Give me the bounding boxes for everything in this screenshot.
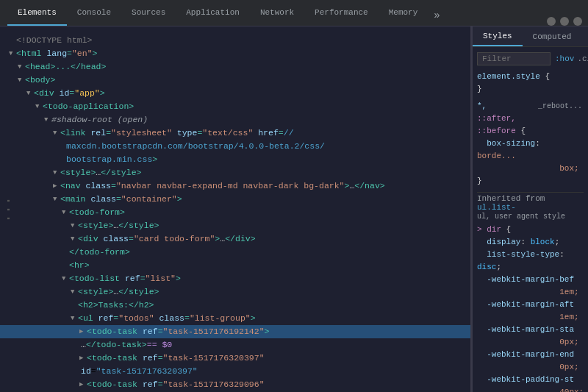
tag-text: <todo-task ref="task-1517176320397" (87, 352, 265, 365)
tree-arrow[interactable] (53, 166, 60, 179)
tree-arrow[interactable] (79, 352, 87, 365)
dom-line: <h2>Tasks:</h2> (0, 299, 470, 312)
ellipsis-text: … (81, 338, 86, 352)
rule-selector-star: *, (477, 101, 487, 110)
tree-arrow[interactable] (62, 206, 69, 219)
attr-text: id (81, 365, 91, 378)
minimize-icon[interactable] (547, 17, 556, 26)
tag-text: <body> (25, 74, 55, 87)
tag-text: <link rel="stylesheet" type="text/css" h… (60, 126, 294, 140)
rule-selector: element.style (477, 72, 545, 81)
dom-line: <todo-list ref="list"> (0, 272, 470, 285)
tag-text: <main class="container"> (60, 193, 182, 206)
dom-line: <ul ref="todos" class="list-group"> (0, 312, 470, 325)
tag-text: <ul ref="todos" class="list-group"> (78, 312, 256, 325)
dom-line: id="task-1517176320397" (0, 365, 470, 378)
tree-arrow[interactable] (26, 87, 34, 100)
dom-line: <div id="app"> (0, 87, 470, 100)
tree-arrow[interactable] (71, 219, 78, 232)
main-area: <!DOCTYPE html> <html lang="en"> <head>.… (0, 26, 588, 392)
dom-line-selected[interactable]: <todo-task ref="task-1517176192142"> (0, 325, 470, 338)
dom-line: <head>...</head> (0, 60, 470, 74)
tag-text: <todo-application> (43, 100, 134, 113)
doctype-text: <!DOCTYPE html> (16, 34, 93, 47)
tab-sources[interactable]: Sources (121, 0, 176, 26)
tab-performance[interactable]: Performance (304, 0, 379, 26)
dom-line: <link rel="stylesheet" type="text/css" h… (0, 126, 470, 140)
dom-panel: <!DOCTYPE html> <html lang="en"> <head>.… (0, 26, 470, 392)
tree-arrow[interactable] (35, 100, 43, 113)
dom-line: <nav class="navbar navbar-expand-md navb… (0, 179, 470, 193)
tag-text: <div id="app"> (34, 87, 105, 100)
tree-arrow[interactable] (44, 113, 51, 126)
dom-line: <body> (0, 74, 470, 87)
dom-line: <todo-task ref="task-1517176329096" (0, 378, 470, 388)
dom-line: <todo-application> (0, 100, 470, 113)
tree-arrow[interactable] (18, 60, 25, 74)
tree-arrow[interactable] (79, 325, 87, 338)
subtab-styles[interactable]: Styles (473, 26, 523, 46)
dom-line: <todo-form> (0, 206, 470, 219)
tree-arrow[interactable] (71, 232, 78, 246)
tab-console[interactable]: Console (67, 0, 121, 26)
dom-line: <style>…</style> (0, 219, 470, 232)
tree-arrow[interactable] (79, 378, 87, 388)
tree-arrow[interactable] (62, 272, 69, 285)
resize-dots[interactable]: ··· (0, 196, 17, 222)
tag-text: <h2>Tasks:</h2> (78, 299, 154, 312)
dom-line: <!DOCTYPE html> (0, 34, 470, 47)
tag-text: <todo-form> (69, 206, 125, 219)
tag-text: <style>…</style> (60, 166, 141, 179)
tab-memory[interactable]: Memory (379, 0, 429, 26)
tree-arrow[interactable] (71, 312, 78, 325)
tab-network[interactable]: Network (250, 0, 304, 26)
dom-line: </todo-form> (0, 246, 470, 259)
tag-text: <style>…</style> (78, 219, 159, 232)
tab-elements[interactable]: Elements (7, 0, 67, 26)
styles-panel: Styles Computed :hov .cl element.style {… (473, 26, 588, 392)
tree-arrow[interactable] (9, 47, 16, 60)
tab-application[interactable]: Application (176, 0, 250, 26)
filter-input[interactable] (477, 52, 551, 65)
rule-pseudo-after: ::after, (477, 114, 516, 123)
more-tabs-icon[interactable]: » (428, 5, 445, 26)
style-rule-element: element.style { } (477, 71, 584, 96)
tree-arrow[interactable] (53, 179, 60, 193)
dom-line: …</todo-task> == $0 (0, 338, 470, 352)
tree-arrow[interactable] (53, 126, 60, 140)
dom-line: #shadow-root (open) (0, 113, 470, 126)
filter-row: :hov .cl (477, 50, 584, 68)
tag-text: <todo-task ref="task-1517176329096" (87, 378, 265, 388)
dom-line: <todo-task ref="task-1517176320397" (0, 352, 470, 365)
tag-text: <head>...</head> (25, 60, 106, 74)
filter-dot-button[interactable]: .cl (577, 54, 588, 63)
filter-hov-button[interactable]: :hov (555, 54, 574, 63)
style-rule-star: _reboot... *, ::after, ::before { box-si… (477, 100, 584, 188)
dom-line: bootstrap.min.css> (0, 153, 470, 166)
tree-arrow[interactable] (53, 193, 60, 206)
close-icon[interactable] (573, 17, 582, 26)
dom-line: maxcdn.bootstrapcdn.com/bootstrap/4.0.0-… (0, 140, 470, 153)
subtab-computed[interactable]: Computed (523, 26, 582, 46)
styles-subtabs: Styles Computed (473, 26, 588, 47)
close-tag-text: </todo-form> (69, 246, 130, 259)
styles-content: :hov .cl element.style { } _reboot... *,… (473, 47, 588, 392)
link-url: maxcdn.bootstrapcdn.com/bootstrap/4.0.0-… (66, 140, 325, 153)
tree-arrow[interactable] (71, 285, 78, 299)
dom-line: <hr> (0, 259, 470, 272)
dom-line: <style>…</style> (0, 285, 470, 299)
dom-tree: <!DOCTYPE html> <html lang="en"> <head>.… (0, 31, 470, 388)
inherited-label: Inherited from ul.list- ul, user agent s… (477, 192, 584, 222)
tree-arrow[interactable] (18, 74, 25, 87)
maximize-icon[interactable] (560, 17, 569, 26)
tag-text: <todo-task ref="task-1517176192142"> (87, 325, 269, 338)
shadow-text: #shadow-root (open) (51, 113, 148, 126)
window-controls (547, 17, 588, 26)
tag-text: <html lang="en"> (16, 47, 97, 60)
dom-line: <html lang="en"> (0, 47, 470, 60)
tag-text: <div class="card todo-form">…</div> (78, 232, 256, 246)
dir-rule: > dir { display: block; list-style-type:… (477, 224, 584, 392)
tag-text: <todo-list ref="list"> (69, 272, 181, 285)
link-url2: bootstrap.min.css (66, 153, 152, 166)
dom-line: <style>…</style> (0, 166, 470, 179)
